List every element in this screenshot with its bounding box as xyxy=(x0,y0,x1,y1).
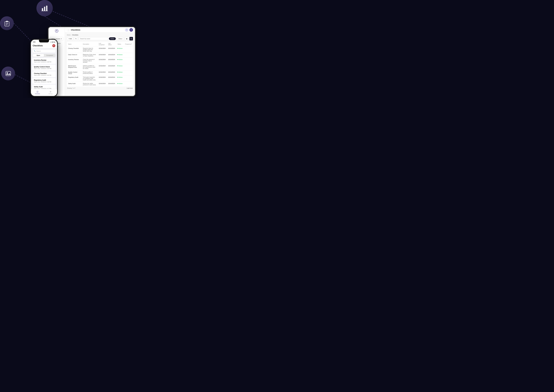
cell-last-completed: 10/16/2024 xyxy=(97,82,107,87)
tablet-device: Tendrel Industries ▾ Site config 👤 Worke… xyxy=(48,26,136,97)
cell-status: Active xyxy=(116,58,124,64)
table-row[interactable]: Quality Control Check Review quality of … xyxy=(67,70,133,76)
cell-last-completed: 10/16/2024 xyxy=(97,76,107,82)
phone-list-item[interactable]: Safety Audit Open since: 10/16/24, 4:17 … xyxy=(32,85,56,89)
sidebar-logo xyxy=(55,29,58,33)
list-view-button[interactable]: ☰ xyxy=(129,37,133,41)
cell-description: Third-party inspection of compliance wit… xyxy=(82,76,97,82)
nav-icon: ☑ xyxy=(36,91,38,93)
breadcrumb-home[interactable]: Home xyxy=(67,34,71,36)
table-footer: Showing 7 of 7 Load more xyxy=(67,87,133,89)
cell-frequency xyxy=(124,76,133,82)
svg-rect-12 xyxy=(6,71,11,76)
cell-status: Active xyxy=(116,47,124,53)
phone-item-title: Inventory Review xyxy=(34,59,54,61)
wifi-icon: WiFi xyxy=(52,42,54,43)
checklists-table: Name Description Lastcompleted Lastedite… xyxy=(67,42,133,87)
phone-item-title: Safety Audit xyxy=(34,86,54,88)
phone-screen: 6:41 ▪▪▪ WiFi ▮ Checklists RA 🔍 Search O… xyxy=(31,40,57,96)
col-frequency: Frequency? xyxy=(124,42,133,47)
phone-list-item[interactable]: Regulatory Audit Open since: 10/16/24, 4… xyxy=(32,78,56,84)
phone-list-item[interactable]: Inventory Review Open since: 10/16/24, 5… xyxy=(32,58,56,64)
phone-item-sub: Open since: 10/16/24, 5:03 PM xyxy=(34,75,54,76)
cell-name: Daily Check-In xyxy=(67,53,82,58)
phone-status-icons: ▪▪▪ WiFi ▮ xyxy=(50,42,55,43)
phone-list-item[interactable]: Closing Checklist Open since: 10/16/24, … xyxy=(32,71,56,77)
cell-name: Inventory Review xyxy=(67,58,82,64)
svg-rect-5 xyxy=(44,7,45,11)
cell-description: Review quality of produced product. xyxy=(82,70,97,76)
phone-user-avatar[interactable]: RA xyxy=(52,44,55,47)
cell-last-edited: 10/16/2024 xyxy=(107,47,116,53)
table-row[interactable]: Inventory Review Check the amount of inv… xyxy=(67,58,133,64)
cell-name: Safety Audit xyxy=(67,82,82,87)
cell-status: Active xyxy=(116,82,124,87)
phone-page-title: Checklists xyxy=(33,45,43,47)
filter-status-button[interactable]: Status xyxy=(117,37,124,40)
cell-name: Maintenance Request Form xyxy=(67,64,82,70)
chevron-down-icon: ▾ xyxy=(61,38,62,39)
topbar-actions: ? U xyxy=(125,28,133,32)
phone-tabs: Open Completed xyxy=(32,54,56,57)
phone-search-bar[interactable]: 🔍 Search xyxy=(32,49,56,53)
cell-frequency xyxy=(124,58,133,64)
svg-rect-6 xyxy=(46,6,47,11)
phone-nav-item-settings[interactable]: ⚙ Settings xyxy=(44,91,57,94)
phone-bottom-nav: ☑ Checklists ⚙ Settings xyxy=(31,89,57,96)
filter-active-button[interactable]: Active xyxy=(109,37,116,40)
phone-time: 6:41 xyxy=(33,41,36,43)
battery-icon: ▮ xyxy=(54,42,55,43)
svg-rect-8 xyxy=(6,21,8,22)
table-row[interactable]: Safety Audit Review key safety protocols… xyxy=(67,82,133,87)
cell-name: Closing Checklist xyxy=(67,47,82,53)
checklist-toolbar: + Add ↻ Active Status ⊞ ☰ xyxy=(67,37,133,41)
cell-last-edited: 10/16/2024 xyxy=(107,82,116,87)
cell-description: Required steps for shutting down the fac… xyxy=(82,47,97,53)
clipboard-icon-circle xyxy=(0,16,14,30)
svg-line-2 xyxy=(15,75,31,83)
add-button[interactable]: + Add xyxy=(67,37,73,40)
phone-item-sub: Open since: 10/16/24, 5:08 PM xyxy=(34,61,54,63)
phone-item-title: Quality Control Check xyxy=(34,66,54,68)
cell-status: Active xyxy=(116,76,124,82)
cell-last-edited: 10/16/2024 xyxy=(107,70,116,76)
col-name: Name xyxy=(67,42,82,47)
search-input[interactable] xyxy=(79,37,108,40)
tab-completed[interactable]: Completed xyxy=(44,54,55,57)
user-avatar-button[interactable]: U xyxy=(129,28,133,32)
grid-view-button[interactable]: ⊞ xyxy=(125,37,128,41)
col-last-edited: Lastedited xyxy=(107,42,116,47)
cell-last-completed: 10/16/2024 xyxy=(97,47,107,53)
load-more-button[interactable]: Load more xyxy=(127,88,133,89)
table-row[interactable]: Closing Checklist Required steps for shu… xyxy=(67,47,133,53)
phone-search-placeholder: Search xyxy=(36,50,41,52)
table-row[interactable]: Maintenance Request Form Submit a proble… xyxy=(67,64,133,70)
cell-last-edited: 10/16/2024 xyxy=(107,53,116,58)
cell-frequency xyxy=(124,70,133,76)
search-icon: 🔍 xyxy=(34,50,36,52)
image-icon-circle xyxy=(1,67,15,80)
phone-notch xyxy=(39,40,49,42)
table-row[interactable]: Daily Check-In Beginning of day check on… xyxy=(67,53,133,58)
back-button[interactable]: ‹ xyxy=(67,28,70,31)
tab-open[interactable]: Open xyxy=(33,54,44,57)
table-row[interactable]: Regulatory Audit Third-party inspection … xyxy=(67,76,133,82)
phone-item-sub: Open since: 10/16/24, 4:17 PM xyxy=(34,88,54,89)
svg-line-1 xyxy=(14,23,31,42)
nav-icon: ⚙ xyxy=(50,91,51,93)
cell-last-completed: 10/16/2024 xyxy=(97,70,107,76)
nav-label: Settings xyxy=(49,93,53,94)
cell-frequency xyxy=(124,53,133,58)
cell-last-completed: 10/16/2024 xyxy=(97,53,107,58)
cell-description: Submit a problem to the maintenance team… xyxy=(82,64,97,70)
refresh-button[interactable]: ↻ xyxy=(74,37,78,41)
phone-list: Inventory Review Open since: 10/16/24, 5… xyxy=(31,58,57,89)
col-description: Description xyxy=(82,42,97,47)
cell-last-completed: 10/16/2024 xyxy=(97,58,107,64)
breadcrumb: Home › Checklists xyxy=(67,34,133,36)
cell-last-completed: 10/16/2024 xyxy=(97,64,107,70)
breadcrumb-separator: › xyxy=(71,34,71,36)
phone-list-item[interactable]: Quality Control Check Open since: 10/16/… xyxy=(32,65,56,70)
phone-nav-item-checklists[interactable]: ☑ Checklists xyxy=(31,91,44,94)
help-button[interactable]: ? xyxy=(125,28,128,32)
